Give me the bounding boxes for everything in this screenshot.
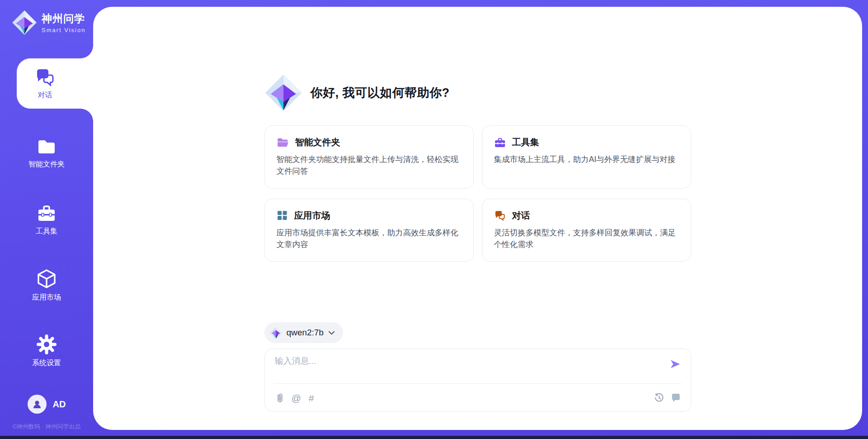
gear-icon — [36, 334, 57, 355]
feedback-button[interactable] — [671, 393, 681, 403]
model-name: qwen2:7b — [287, 328, 324, 338]
card-description: 智能文件夹功能支持批量文件上传与清洗，轻松实现文件问答 — [277, 153, 462, 177]
sidebar: 神州问学 Smart Vision 对话 智能文件夹 工具集 — [0, 0, 93, 439]
greeting-text: 你好, 我可以如何帮助你? — [311, 85, 450, 101]
brand-gem-icon — [12, 10, 37, 35]
sidebar-item-app-market[interactable]: 应用市场 — [0, 266, 93, 305]
mention-icon: @ — [292, 393, 301, 403]
composer-toolbar: @ # — [276, 389, 681, 407]
chat-icon — [35, 67, 56, 87]
message-composer: @ # — [264, 348, 691, 412]
sidebar-item-smart-folder[interactable]: 智能文件夹 — [0, 134, 93, 172]
card-title: 对话 — [512, 210, 530, 222]
brand-subtitle: Smart Vision — [42, 27, 85, 33]
user-initials: AD — [53, 399, 66, 410]
message-input[interactable] — [275, 355, 659, 381]
avatar[interactable] — [28, 395, 47, 414]
sidebar-item-label: 系统设置 — [32, 358, 61, 368]
model-selector[interactable]: qwen2:7b — [264, 322, 343, 343]
sidebar-item-label: 工具集 — [36, 227, 57, 236]
active-tab-bottom-curve — [80, 109, 93, 121]
hash-icon: # — [309, 393, 314, 403]
mention-button[interactable]: @ — [292, 393, 301, 403]
active-tab-top-curve — [80, 46, 93, 58]
briefcase-icon — [494, 137, 506, 148]
chevron-down-icon — [328, 330, 335, 335]
sidebar-item-toolset[interactable]: 工具集 — [0, 200, 93, 239]
feature-cards: 智能文件夹 智能文件夹功能支持批量文件上传与清洗，轻松实现文件问答 工具集 集成… — [264, 125, 691, 262]
attach-button[interactable] — [276, 393, 284, 403]
grid-icon — [277, 210, 288, 221]
card-title: 应用市场 — [294, 210, 330, 222]
toolbox-icon — [36, 203, 57, 223]
brand-name: 神州问学 — [42, 12, 85, 26]
person-icon — [32, 399, 42, 410]
cube-icon — [36, 268, 57, 289]
brand-gem-icon — [264, 74, 302, 112]
brand-gem-icon — [270, 327, 282, 339]
user-profile[interactable]: AD — [0, 395, 93, 414]
card-smart-folder[interactable]: 智能文件夹 智能文件夹功能支持批量文件上传与清洗，轻松实现文件问答 — [264, 125, 474, 189]
bottom-edge-bar — [0, 436, 868, 439]
topic-button[interactable]: # — [309, 393, 314, 403]
brand-logo: 神州问学 Smart Vision — [12, 10, 85, 35]
history-button[interactable] — [654, 393, 664, 403]
folder-icon — [36, 137, 57, 156]
sidebar-item-label: 对话 — [38, 91, 52, 100]
send-button[interactable] — [670, 359, 681, 371]
card-app-market[interactable]: 应用市场 应用市场提供丰富长文本模板，助力高效生成多样化文章内容 — [264, 199, 474, 262]
sidebar-item-label: 智能文件夹 — [28, 160, 65, 169]
card-description: 应用市场提供丰富长文本模板，助力高效生成多样化文章内容 — [277, 227, 462, 251]
paperclip-icon — [276, 393, 284, 403]
card-title: 智能文件夹 — [295, 136, 340, 148]
card-title: 工具集 — [512, 136, 539, 148]
card-description: 集成市场上主流工具，助力AI与外界无缝扩展与对接 — [494, 153, 679, 165]
greeting: 你好, 我可以如何帮助你? — [264, 74, 691, 112]
sidebar-item-label: 应用市场 — [32, 293, 61, 302]
composer-divider — [274, 383, 682, 384]
folder-open-icon — [277, 137, 289, 148]
card-description: 灵活切换多模型文件，支持多样回复效果调试，满足个性化需求 — [494, 227, 679, 251]
copyright-text: ©神州数码 · 神州问学出品 — [0, 423, 93, 431]
comment-icon — [671, 393, 681, 403]
history-icon — [654, 393, 664, 403]
chat-icon — [494, 210, 506, 221]
main-panel: 你好, 我可以如何帮助你? 智能文件夹 智能文件夹功能支持批量文件上传与清洗，轻… — [93, 7, 862, 430]
card-chat[interactable]: 对话 灵活切换多模型文件，支持多样回复效果调试，满足个性化需求 — [482, 199, 691, 262]
send-icon — [670, 359, 681, 369]
card-toolset[interactable]: 工具集 集成市场上主流工具，助力AI与外界无缝扩展与对接 — [482, 125, 691, 189]
sidebar-item-chat[interactable]: 对话 — [17, 58, 93, 109]
sidebar-item-settings[interactable]: 系统设置 — [0, 331, 93, 370]
